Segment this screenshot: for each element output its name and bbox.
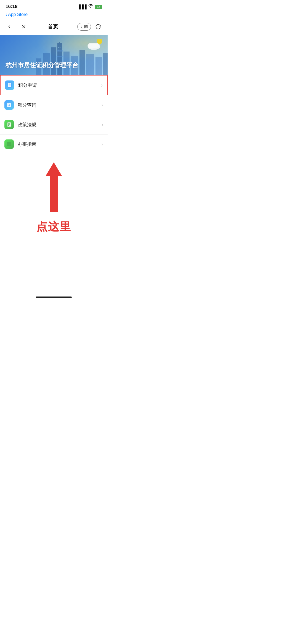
appstore-back-label: App Store — [8, 12, 28, 17]
banshizhinan-label: 办事指南 — [18, 141, 102, 147]
menu-item-jifenshenqing[interactable]: 积分申请 › — [0, 75, 108, 95]
battery-icon: 67 — [95, 4, 102, 9]
svg-rect-22 — [60, 50, 60, 50]
svg-rect-39 — [7, 142, 9, 144]
zhengcefagui-icon — [4, 120, 14, 129]
refresh-icon — [95, 24, 101, 30]
jifenshenqing-icon — [5, 80, 14, 90]
signal-icon: ▐▐▐ — [78, 4, 87, 9]
back-button[interactable] — [4, 22, 14, 32]
menu-list: 积分申请 › 积分查询 › 政策法规 › — [0, 75, 108, 154]
zhengcefagui-chevron: › — [102, 122, 103, 128]
jifenshenqing-chevron: › — [101, 82, 103, 88]
arrow-shaft — [50, 176, 58, 212]
svg-rect-18 — [103, 53, 108, 75]
jifenchaxun-label: 积分查询 — [18, 102, 102, 108]
nav-left — [4, 22, 29, 32]
svg-rect-10 — [59, 42, 60, 44]
close-icon — [21, 24, 26, 29]
annotation-text: 点这里 — [36, 219, 71, 234]
svg-rect-17 — [95, 57, 102, 75]
jifenchaxun-chevron: › — [102, 102, 103, 108]
svg-rect-8 — [51, 47, 56, 75]
svg-rect-12 — [57, 56, 63, 57]
red-arrow — [46, 162, 62, 212]
banshizhinan-chevron: › — [102, 141, 103, 147]
refresh-button[interactable] — [93, 22, 103, 32]
appstore-bar: ‹ App Store — [0, 11, 108, 20]
banshizhinan-icon — [4, 139, 14, 149]
status-bar: 16:18 ▐▐▐ 67 — [0, 0, 108, 11]
chevron-left-icon: ‹ — [6, 12, 7, 17]
svg-rect-19 — [58, 47, 59, 48]
cityscape-decoration — [33, 42, 108, 75]
hero-banner: 杭州市居住证积分管理平台 — [0, 35, 108, 75]
appstore-back-button[interactable]: ‹ App Store — [6, 12, 28, 17]
status-time: 16:18 — [6, 4, 17, 9]
arrow-head — [46, 162, 62, 176]
zhengcefagui-label: 政策法规 — [18, 122, 102, 128]
back-icon — [7, 24, 12, 29]
hero-title: 杭州市居住证积分管理平台 — [6, 61, 78, 69]
svg-rect-28 — [9, 82, 10, 83]
wifi-icon — [88, 4, 93, 9]
status-icons: ▐▐▐ 67 — [78, 4, 102, 9]
close-button[interactable] — [19, 22, 29, 32]
svg-rect-16 — [86, 54, 94, 75]
subscribe-button[interactable]: 订阅 — [77, 23, 91, 31]
svg-rect-42 — [9, 144, 11, 146]
svg-rect-40 — [9, 142, 11, 144]
page-title: 首页 — [29, 23, 77, 30]
jifenchaxun-icon — [4, 100, 14, 110]
menu-item-banshizhinan[interactable]: 办事指南 › — [0, 134, 108, 154]
nav-bar: 首页 订阅 — [0, 20, 108, 35]
home-bar — [36, 297, 72, 298]
svg-rect-21 — [58, 50, 59, 50]
spacer — [0, 237, 108, 292]
svg-rect-15 — [79, 50, 85, 75]
nav-right: 订阅 — [77, 22, 103, 32]
menu-item-zhengcefagui[interactable]: 政策法规 › — [0, 115, 108, 134]
menu-item-jifenchaxun[interactable]: 积分查询 › — [0, 95, 108, 115]
annotation: 点这里 — [0, 157, 108, 237]
jifenshenqing-label: 积分申请 — [18, 82, 101, 88]
svg-rect-41 — [7, 144, 9, 146]
svg-rect-20 — [60, 47, 60, 48]
home-indicator — [0, 292, 108, 300]
